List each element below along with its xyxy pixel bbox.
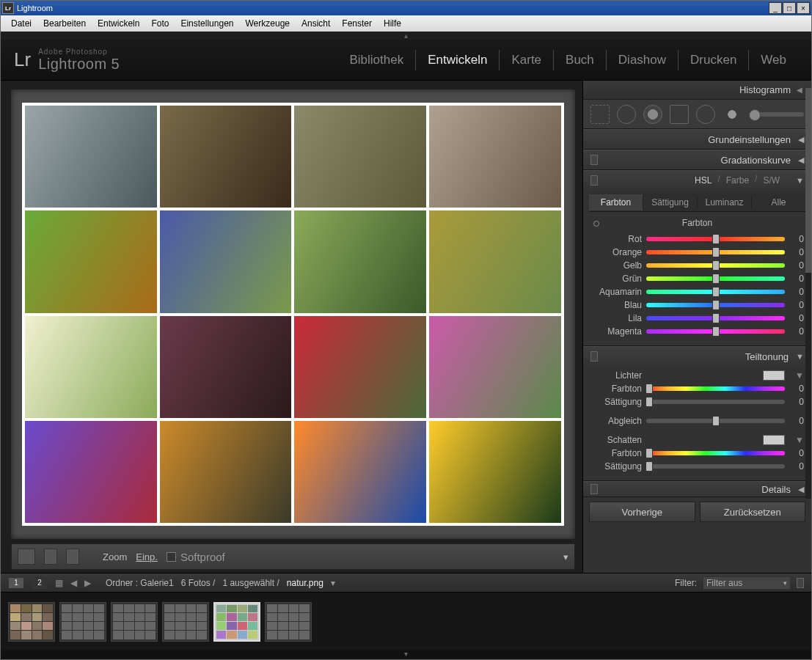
tonecurve-panel-header[interactable]: Gradationskurve ◀ bbox=[583, 150, 811, 169]
split-toning-header[interactable]: Teiltonung ▼ bbox=[583, 347, 811, 366]
hue-gelb-value[interactable]: 0 bbox=[789, 260, 804, 271]
panel-scrollbar[interactable] bbox=[805, 88, 811, 499]
chevron-down-icon[interactable]: ▼ bbox=[789, 435, 804, 445]
split-balance-value[interactable]: 0 bbox=[789, 416, 804, 426]
split-s-sat-slider[interactable] bbox=[646, 464, 785, 469]
path-dropdown-icon[interactable]: ▾ bbox=[331, 578, 335, 588]
hue-orange-slider[interactable] bbox=[646, 250, 785, 254]
subtab-farbton[interactable]: Farbton bbox=[589, 194, 643, 210]
brush-tool-icon[interactable] bbox=[723, 105, 742, 124]
hsl-tab-sw[interactable]: S/W bbox=[761, 174, 781, 187]
split-h-farbton-value[interactable]: 0 bbox=[789, 384, 804, 394]
redeye-tool-icon[interactable] bbox=[643, 105, 662, 124]
target-adjust-icon[interactable] bbox=[593, 221, 599, 227]
hue-blau-value[interactable]: 0 bbox=[789, 300, 804, 310]
module-entwickeln[interactable]: Entwickeln bbox=[416, 50, 500, 70]
hue-rot-value[interactable]: 0 bbox=[789, 234, 804, 244]
filter-select[interactable]: Filter aus ▾ bbox=[703, 576, 791, 590]
module-diashow[interactable]: Diashow bbox=[607, 50, 679, 70]
hsl-tab-farbe[interactable]: Farbe bbox=[725, 174, 750, 187]
shadows-swatch[interactable] bbox=[763, 435, 785, 445]
hue-aqua-slider[interactable] bbox=[646, 290, 785, 294]
subtab-saettigung[interactable]: Sättigung bbox=[643, 194, 697, 210]
before-after-y-button[interactable] bbox=[44, 549, 57, 565]
hue-gruen-value[interactable]: 0 bbox=[789, 274, 804, 284]
menu-hilfe[interactable]: Hilfe bbox=[378, 17, 407, 30]
panel-switch-icon[interactable] bbox=[590, 155, 598, 165]
filmstrip-thumb[interactable] bbox=[111, 602, 158, 642]
hue-gelb-slider[interactable] bbox=[646, 263, 785, 268]
split-s-sat-value[interactable]: 0 bbox=[789, 461, 804, 472]
menu-einstellungen[interactable]: Einstellungen bbox=[175, 17, 239, 30]
hue-gruen-slider[interactable] bbox=[646, 276, 785, 281]
split-h-farbton-slider[interactable] bbox=[646, 386, 785, 391]
hue-blau-slider[interactable] bbox=[646, 303, 785, 307]
module-drucken[interactable]: Drucken bbox=[679, 50, 749, 70]
brush-size-slider[interactable] bbox=[749, 112, 804, 117]
module-bibliothek[interactable]: Bibliothek bbox=[337, 50, 416, 70]
hue-lila-slider[interactable] bbox=[646, 316, 785, 320]
subtab-luminanz[interactable]: Luminanz bbox=[698, 194, 751, 210]
menu-entwickeln[interactable]: Entwickeln bbox=[92, 17, 145, 30]
menu-foto[interactable]: Foto bbox=[145, 17, 175, 30]
crop-tool-icon[interactable] bbox=[590, 105, 610, 124]
hue-lila-value[interactable]: 0 bbox=[789, 313, 804, 323]
module-web[interactable]: Web bbox=[749, 50, 798, 70]
hsl-panel-header[interactable]: HSL / Farbe / S/W ▼ bbox=[583, 171, 811, 190]
hue-aqua-value[interactable]: 0 bbox=[789, 287, 804, 297]
highlights-swatch[interactable] bbox=[763, 370, 785, 381]
panel-switch-icon[interactable] bbox=[590, 351, 598, 362]
reset-button[interactable]: Zurücksetzen bbox=[700, 502, 806, 522]
hsl-tab-hsl[interactable]: HSL bbox=[693, 174, 713, 187]
subtab-alle[interactable]: Alle bbox=[752, 194, 805, 210]
previous-button[interactable]: Vorherige bbox=[589, 502, 695, 522]
menu-werkzeuge[interactable]: Werkzeuge bbox=[240, 17, 296, 30]
filter-lock-icon[interactable] bbox=[797, 578, 804, 588]
before-after-y2-button[interactable] bbox=[66, 549, 79, 565]
gradient-tool-icon[interactable] bbox=[670, 105, 689, 124]
nav-next-icon[interactable]: ▶ bbox=[84, 578, 91, 588]
bottom-panel-toggle[interactable]: ▾ bbox=[1, 650, 811, 659]
screen-2-button[interactable]: 2 bbox=[32, 577, 48, 589]
filmstrip-thumb[interactable] bbox=[265, 602, 312, 642]
module-karte[interactable]: Karte bbox=[500, 50, 554, 70]
basic-panel-header[interactable]: Grundeinstellungen ◀ bbox=[583, 130, 811, 149]
menu-bearbeiten[interactable]: Bearbeiten bbox=[37, 17, 92, 30]
preview-canvas[interactable] bbox=[11, 89, 575, 539]
panel-switch-icon[interactable] bbox=[590, 175, 598, 186]
details-panel-header[interactable]: Details ◀ bbox=[583, 482, 811, 496]
menu-fenster[interactable]: Fenster bbox=[336, 17, 378, 30]
filmstrip-thumb-selected[interactable] bbox=[213, 602, 260, 642]
menu-ansicht[interactable]: Ansicht bbox=[296, 17, 336, 30]
filmstrip-thumb[interactable] bbox=[59, 602, 106, 642]
filmstrip-thumb[interactable] bbox=[162, 602, 209, 642]
hue-orange-value[interactable]: 0 bbox=[789, 247, 804, 257]
hue-magenta-value[interactable]: 0 bbox=[789, 326, 804, 337]
minimize-button[interactable]: _ bbox=[769, 2, 782, 14]
split-balance-slider[interactable] bbox=[646, 419, 785, 423]
softproof-checkbox[interactable] bbox=[167, 552, 176, 562]
radial-tool-icon[interactable] bbox=[696, 105, 715, 124]
filmstrip[interactable] bbox=[1, 592, 811, 650]
panel-switch-icon[interactable] bbox=[590, 484, 598, 494]
screen-1-button[interactable]: 1 bbox=[8, 577, 24, 589]
toolbar-menu-caret[interactable]: ▾ bbox=[563, 551, 568, 562]
hue-magenta-slider[interactable] bbox=[646, 329, 785, 334]
top-panel-toggle[interactable]: ▴ bbox=[1, 32, 811, 40]
split-h-sat-value[interactable]: 0 bbox=[789, 397, 804, 407]
menu-datei[interactable]: Datei bbox=[5, 17, 37, 30]
maximize-button[interactable]: □ bbox=[783, 2, 796, 14]
grid-icon[interactable]: ▦ bbox=[55, 578, 63, 588]
close-button[interactable]: × bbox=[797, 2, 810, 14]
split-h-sat-slider[interactable] bbox=[646, 400, 785, 404]
chevron-down-icon[interactable]: ▼ bbox=[789, 370, 804, 381]
spot-tool-icon[interactable] bbox=[617, 105, 636, 124]
split-s-farbton-slider[interactable] bbox=[646, 451, 785, 455]
module-buch[interactable]: Buch bbox=[554, 50, 607, 70]
split-s-farbton-value[interactable]: 0 bbox=[789, 448, 804, 458]
loupe-view-button[interactable] bbox=[18, 549, 35, 565]
nav-prev-icon[interactable]: ◀ bbox=[70, 578, 77, 588]
filmstrip-thumb[interactable] bbox=[8, 602, 55, 642]
hue-rot-slider[interactable] bbox=[646, 237, 785, 241]
histogram-header[interactable]: Histogramm ◀ bbox=[583, 81, 811, 100]
